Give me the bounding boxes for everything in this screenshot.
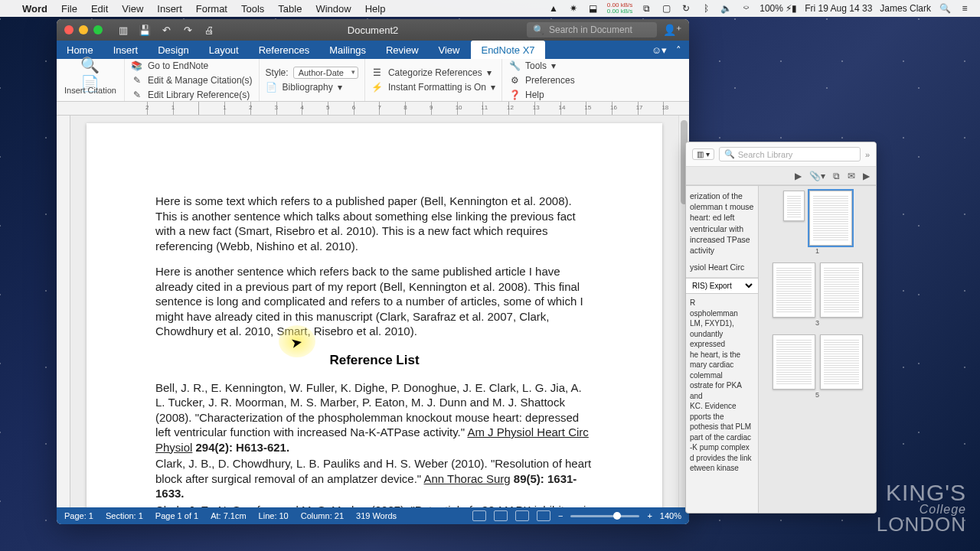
menu-edit[interactable]: Edit bbox=[84, 3, 115, 15]
export-format-dropdown[interactable]: RIS) Export bbox=[686, 278, 758, 294]
status-words[interactable]: 319 Words bbox=[356, 511, 397, 520]
outline-view-button[interactable] bbox=[515, 510, 529, 521]
menu-view[interactable]: View bbox=[115, 3, 150, 15]
redo-icon[interactable]: ↷ bbox=[181, 23, 194, 37]
web-layout-view-button[interactable] bbox=[494, 510, 508, 521]
draft-view-button[interactable] bbox=[537, 510, 550, 521]
pdf-thumbnail[interactable] bbox=[773, 262, 815, 318]
share-button[interactable]: 👤⁺ bbox=[663, 24, 681, 36]
menu-tools[interactable]: Tools bbox=[234, 3, 271, 15]
status-section[interactable]: Section: 1 bbox=[106, 511, 143, 520]
window-close-button[interactable] bbox=[64, 25, 74, 34]
preferences-button[interactable]: ⚙Preferences bbox=[508, 74, 575, 86]
tab-endnote[interactable]: EndNote X7 bbox=[471, 41, 544, 59]
status-column[interactable]: Column: 21 bbox=[301, 511, 344, 520]
undo-icon[interactable]: ↶ bbox=[159, 23, 173, 37]
zoom-level[interactable]: 140% bbox=[660, 511, 681, 520]
print-icon[interactable]: 🖨 bbox=[202, 23, 216, 37]
ribbon: 🔍📄 Insert Citation 📚Go to EndNote ✎Edit … bbox=[57, 59, 689, 102]
app-name[interactable]: Word bbox=[15, 3, 54, 15]
timemachine-icon[interactable]: ↻ bbox=[680, 2, 692, 15]
document-scroll[interactable]: Here is some text which refers to a publ… bbox=[70, 116, 678, 507]
collapse-ribbon-icon[interactable]: ˄ bbox=[676, 44, 681, 56]
email-icon[interactable]: ✉ bbox=[848, 171, 855, 181]
body-paragraph: Here is some text which refers to a publ… bbox=[155, 194, 593, 253]
pencil-icon: ✎ bbox=[131, 89, 143, 101]
status-at[interactable]: At: 7.1cm bbox=[211, 511, 246, 520]
categorize-references-button[interactable]: ☰Categorize References ▾ bbox=[371, 67, 495, 79]
horizontal-ruler[interactable]: 21 123 456 789 101112 131415 161718 bbox=[57, 102, 689, 116]
panel-layout-button[interactable]: ▥ ▾ bbox=[692, 148, 714, 160]
menu-insert[interactable]: Insert bbox=[150, 3, 189, 15]
user-name[interactable]: James Clark bbox=[880, 3, 931, 14]
menu-extra-icon[interactable]: ▲ bbox=[547, 2, 560, 15]
tab-insert[interactable]: Insert bbox=[103, 41, 149, 59]
pdf-thumbnail[interactable] bbox=[820, 262, 863, 318]
bibliography-button[interactable]: 📄Bibliography ▾ bbox=[266, 81, 358, 93]
page[interactable]: Here is some text which refers to a publ… bbox=[87, 123, 662, 507]
tools-button[interactable]: 🔧Tools ▾ bbox=[508, 60, 575, 72]
menu-file[interactable]: File bbox=[54, 3, 84, 15]
tab-design[interactable]: Design bbox=[148, 41, 198, 59]
pdf-thumbnail-list[interactable]: 1 3 5 bbox=[759, 186, 876, 513]
pencil-icon: ✎ bbox=[131, 74, 143, 86]
instant-formatting-button[interactable]: ⚡Instant Formatting is On ▾ bbox=[371, 81, 495, 93]
pdf-thumbnail[interactable] bbox=[773, 334, 815, 390]
wifi-icon[interactable]: ⌔ bbox=[740, 2, 752, 15]
pdf-thumbnail[interactable] bbox=[809, 191, 852, 246]
spotlight-icon[interactable]: 🔍 bbox=[939, 2, 951, 15]
vertical-ruler[interactable] bbox=[57, 116, 70, 507]
help-button[interactable]: ❓Help bbox=[508, 89, 575, 101]
network-monitor[interactable]: 0.00 kB/s0.00 kB/s bbox=[607, 2, 632, 15]
tab-layout[interactable]: Layout bbox=[199, 41, 249, 59]
expand-icon[interactable]: » bbox=[865, 150, 870, 159]
play-icon[interactable]: ▶ bbox=[795, 171, 802, 181]
tab-view[interactable]: View bbox=[429, 41, 470, 59]
zoom-slider[interactable] bbox=[570, 515, 639, 517]
dropbox-icon[interactable]: ⬓ bbox=[587, 2, 599, 15]
tab-references[interactable]: References bbox=[249, 41, 319, 59]
status-line[interactable]: Line: 10 bbox=[259, 511, 289, 520]
menu-table[interactable]: Table bbox=[271, 3, 309, 15]
print-layout-view-button[interactable] bbox=[472, 510, 486, 521]
window-zoom-button[interactable] bbox=[93, 25, 103, 34]
style-selector[interactable]: Style: Author-Date bbox=[266, 67, 358, 79]
reference-entry: Clark, J. E., N. Sarafraz and M. S. Marb… bbox=[155, 503, 593, 508]
clock[interactable]: Fri 19 Aug 14 33 bbox=[805, 3, 872, 14]
save-icon[interactable]: 💾 bbox=[138, 23, 152, 37]
go-to-endnote-button[interactable]: 📚Go to EndNote bbox=[131, 60, 253, 72]
battery-status[interactable]: 100% ⚡︎▮ bbox=[760, 3, 797, 14]
menu-format[interactable]: Format bbox=[189, 3, 234, 15]
zoom-out-button[interactable]: − bbox=[558, 511, 563, 520]
bluetooth-icon[interactable]: ᛒ bbox=[700, 2, 712, 15]
search-library-field[interactable]: 🔍 Search Library bbox=[719, 147, 861, 161]
tab-review[interactable]: Review bbox=[376, 41, 429, 59]
tab-mailings[interactable]: Mailings bbox=[319, 41, 376, 59]
status-page[interactable]: Page: 1 bbox=[64, 511, 93, 520]
notification-center-icon[interactable]: ≡ bbox=[959, 2, 971, 15]
edit-manage-citations-button[interactable]: ✎Edit & Manage Citation(s) bbox=[131, 74, 253, 86]
search-document-field[interactable]: 🔍 Search in Document bbox=[527, 22, 657, 37]
open-icon[interactable]: ⧉ bbox=[833, 171, 840, 181]
reference-abstract: R ospholemman LM, FXYD1), oundantly expr… bbox=[686, 294, 758, 513]
menu-extra-icon[interactable]: ✷ bbox=[567, 2, 580, 15]
endnote-details-pane: erization of the olemman t mouse heart: … bbox=[686, 186, 759, 513]
pdf-thumbnail[interactable] bbox=[783, 191, 805, 221]
feedback-icon[interactable]: ☺︎▾ bbox=[652, 44, 667, 56]
search-icon: 🔍 bbox=[724, 149, 735, 159]
style-dropdown[interactable]: Author-Date bbox=[293, 67, 358, 79]
status-page-of[interactable]: Page 1 of 1 bbox=[155, 511, 198, 520]
window-minimize-button[interactable] bbox=[79, 25, 88, 34]
zoom-in-button[interactable]: + bbox=[647, 511, 652, 520]
attach-icon[interactable]: 📎▾ bbox=[809, 171, 825, 181]
volume-icon[interactable]: 🔈 bbox=[720, 2, 732, 15]
insert-citation-button[interactable]: 🔍📄 Insert Citation bbox=[57, 59, 125, 101]
qat-layout-icon[interactable]: ▥ bbox=[116, 23, 130, 37]
menu-help[interactable]: Help bbox=[358, 3, 393, 15]
pdf-thumbnail[interactable] bbox=[820, 334, 863, 390]
edit-library-reference-button[interactable]: ✎Edit Library Reference(s) bbox=[131, 89, 253, 101]
airplay-icon[interactable]: ▢ bbox=[660, 2, 672, 15]
next-icon[interactable]: ▶ bbox=[863, 171, 870, 181]
display-icon[interactable]: ⧉ bbox=[640, 2, 652, 15]
menu-window[interactable]: Window bbox=[309, 3, 358, 15]
